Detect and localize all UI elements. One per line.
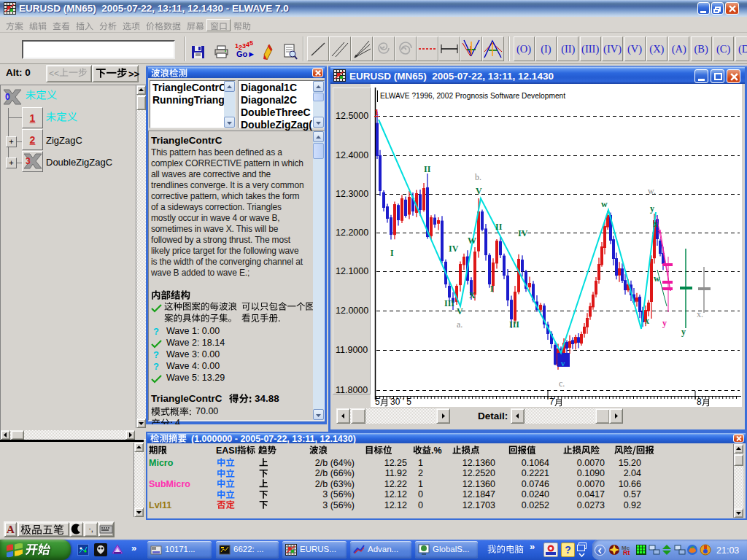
svg-text:IV: IV — [449, 244, 459, 254]
svg-text:w: w — [601, 199, 608, 209]
svg-text:0: 0 — [5, 92, 10, 102]
svg-text:3: 3 — [26, 156, 31, 166]
svg-text:III: III — [444, 298, 454, 308]
svg-text:III: III — [509, 319, 519, 330]
svg-text:x: x — [645, 316, 649, 326]
svg-text:V: V — [476, 186, 482, 196]
svg-text:I: I — [490, 284, 494, 294]
svg-text:I: I — [390, 248, 394, 258]
svg-text:II: II — [495, 222, 503, 232]
svg-text:y: y — [681, 327, 686, 337]
svg-text:IV: IV — [518, 228, 528, 238]
svg-text:X: X — [469, 290, 476, 300]
svg-text:w: w — [654, 273, 660, 284]
svg-text:y: y — [662, 318, 667, 328]
svg-text:II: II — [424, 164, 431, 174]
svg-text:V: V — [457, 306, 463, 316]
svg-text:v: v — [561, 359, 565, 368]
svg-text:c.: c. — [559, 378, 565, 389]
svg-text:1: 1 — [374, 106, 379, 117]
svg-text:x: x — [657, 226, 662, 235]
svg-text:ELWAVE ?1996, 2002 Prognosis S: ELWAVE ?1996, 2002 Prognosis Software De… — [380, 92, 565, 100]
svg-text:b.: b. — [475, 172, 481, 182]
svg-text:w.: w. — [648, 186, 656, 196]
svg-text:W: W — [468, 236, 476, 246]
svg-text:x.: x. — [697, 309, 703, 319]
svg-text:Rt: Rt — [623, 549, 630, 556]
svg-text:a.: a. — [457, 319, 462, 330]
svg-text:y: y — [650, 203, 654, 214]
